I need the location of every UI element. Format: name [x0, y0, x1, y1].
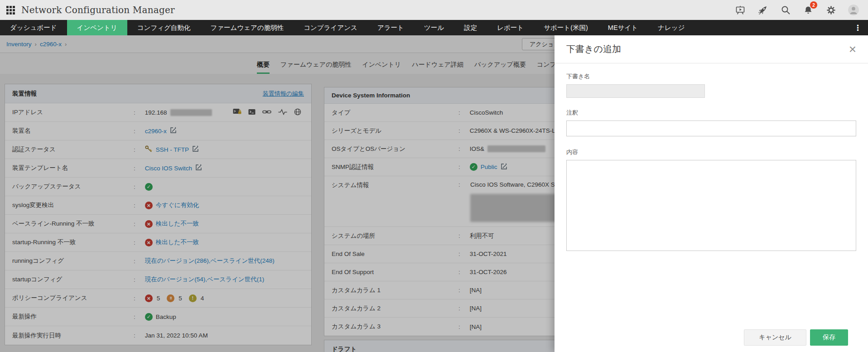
apps-grid-icon[interactable] [6, 6, 15, 14]
annotation-label: 注釈 [566, 109, 856, 117]
drawer-title: 下書きの追加 [566, 43, 621, 55]
notification-count-badge: 2 [810, 1, 817, 9]
network-configuration-manager-app: Network Configuration Manager [0, 0, 868, 352]
nav-item-compliance[interactable]: コンプライアンス [294, 20, 367, 35]
drawer-header: 下書きの追加 × [555, 35, 868, 63]
save-button[interactable]: 保存 [810, 329, 848, 346]
notifications-bell-icon[interactable]: 2 [803, 5, 814, 15]
nav-item-inventory[interactable]: インベントリ [67, 20, 127, 35]
add-draft-form: 下書き名 注釈 内容 [555, 63, 868, 253]
topbar-icon-group: 2 [735, 5, 862, 15]
draft-name-input[interactable] [566, 84, 705, 98]
settings-gear-icon[interactable] [825, 5, 836, 15]
nav-item-settings[interactable]: 設定 [454, 20, 487, 35]
nav-item-alerts[interactable]: アラート [367, 20, 414, 35]
nav-item-dashboard[interactable]: ダッシュボード [0, 20, 67, 35]
drawer-footer: キャンセル 保存 [744, 329, 848, 346]
draft-name-label: 下書き名 [566, 72, 856, 81]
demo-presentation-icon[interactable] [735, 5, 746, 15]
top-header-bar: Network Configuration Manager [0, 0, 868, 20]
nav-item-firmware-vulnerability[interactable]: ファームウェアの脆弱性 [200, 20, 294, 35]
search-icon[interactable] [780, 5, 791, 15]
nav-item-tools[interactable]: ツール [414, 20, 454, 35]
getting-started-rocket-icon[interactable] [757, 5, 768, 15]
nav-overflow-menu-icon[interactable]: ⋮ [848, 20, 868, 35]
nav-item-knowledge[interactable]: ナレッジ [648, 20, 694, 35]
content-label: 内容 [566, 148, 856, 156]
close-icon[interactable]: × [849, 43, 856, 56]
nav-item-reports[interactable]: レポート [487, 20, 534, 35]
user-avatar[interactable] [848, 5, 859, 15]
app-title: Network Configuration Manager [21, 5, 175, 15]
add-draft-drawer: 下書きの追加 × 下書き名 注釈 内容 キャンセル 保存 [555, 35, 868, 352]
nav-item-config-automation[interactable]: コンフィグ自動化 [127, 20, 201, 35]
nav-item-support[interactable]: サポート(米国) [534, 20, 598, 35]
main-nav-bar: ダッシュボード インベントリ コンフィグ自動化 ファームウェアの脆弱性 コンプラ… [0, 20, 868, 35]
cancel-button[interactable]: キャンセル [744, 329, 806, 346]
content-textarea[interactable] [566, 160, 856, 251]
nav-item-me-site[interactable]: MEサイト [598, 20, 648, 35]
annotation-input[interactable] [566, 121, 856, 136]
